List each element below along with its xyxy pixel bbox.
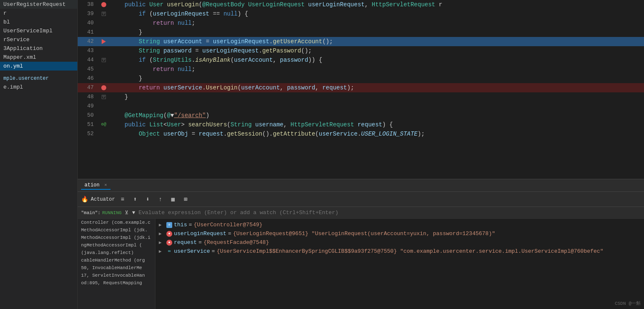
toolbar-btn-grid[interactable]: ⊞: [181, 194, 191, 204]
line-gutter: [99, 102, 109, 111]
line-gutter: [99, 28, 109, 37]
fold-icon[interactable]: ▽: [102, 95, 106, 99]
variable-equals: =: [212, 248, 215, 254]
variables-panel: ▶≡this = {UserController@7549}▶●userLogi…: [155, 219, 644, 309]
actuator-label: Actuator: [91, 196, 115, 202]
code-line-40: 40 return null;: [78, 18, 644, 28]
debug-tab-ation[interactable]: ation ×: [81, 181, 110, 190]
line-gutter: [99, 18, 109, 28]
call-stack-item[interactable]: MethodAccessorImpl (jdk.i: [78, 234, 155, 241]
sidebar-item-9[interactable]: mple.usercenter: [0, 73, 77, 83]
watermark: CSDN @一斛: [615, 300, 641, 306]
code-content: return userService.UserLogin(userAccount…: [109, 83, 644, 92]
breakpoint-icon[interactable]: [101, 85, 106, 90]
sidebar-item-10[interactable]: e.impl: [0, 83, 77, 92]
call-stack-item[interactable]: MethodAccessorImpl (jdk.: [78, 226, 155, 234]
main-label: "main":: [81, 210, 100, 215]
debug-tab-close[interactable]: ×: [104, 183, 107, 188]
expand-icon[interactable]: ▶: [159, 240, 165, 245]
code-line-45: 45 return null;: [78, 65, 644, 74]
toolbar-btn-table[interactable]: ▦: [168, 194, 178, 204]
fold-icon[interactable]: ▽: [102, 12, 106, 16]
sidebar-item-5[interactable]: 3Application: [0, 44, 77, 53]
code-editor[interactable]: 38 public User userLogin(@RequestBody Us…: [78, 0, 644, 179]
code-content: @GetMapping(@▼"/search"): [109, 111, 644, 120]
toolbar-btn-up2[interactable]: ↑: [155, 194, 166, 204]
variable-equals: =: [199, 239, 202, 246]
code-content: public List<User> searchUsers(String use…: [109, 120, 644, 129]
line-gutter: [99, 0, 109, 9]
call-stack-item[interactable]: od:895, RequestMapping: [78, 279, 155, 287]
call-stack-item[interactable]: 50, InvocableHandlerMe: [78, 264, 155, 272]
line-gutter: [99, 111, 109, 120]
call-stack-item[interactable]: cableHandlerMethod (org: [78, 257, 155, 264]
code-line-48: 48▽ }: [78, 92, 644, 102]
call-stack-item[interactable]: Controller (com.example.c: [78, 219, 155, 226]
variable-row[interactable]: ▶●userLoginRequest = {UserLoginRequest@9…: [155, 229, 644, 238]
code-content: [109, 102, 644, 111]
variable-row[interactable]: ▶●request = {RequestFacade@7548}: [155, 238, 644, 247]
variable-row[interactable]: ▶≡this = {UserController@7549}: [155, 220, 644, 229]
line-number: 49: [78, 102, 99, 111]
variable-value: {UserController@7549}: [194, 222, 263, 228]
dropdown-icon[interactable]: ▼: [132, 210, 135, 216]
sidebar-item-1[interactable]: r: [0, 9, 77, 18]
line-number: 51: [78, 120, 99, 129]
sidebar-item-4[interactable]: rService: [0, 35, 77, 44]
code-line-44: 44▽ if (StringUtils.isAnyBlank(userAccou…: [78, 55, 644, 65]
sidebar-item-2[interactable]: bl: [0, 18, 77, 26]
code-content: }: [109, 92, 644, 102]
filter-icon[interactable]: ⊻: [125, 209, 129, 216]
code-content: if (userLoginRequest == null) {: [109, 9, 644, 18]
line-gutter: [99, 83, 109, 92]
current-line-arrow: [102, 39, 106, 44]
line-number: 40: [78, 18, 99, 28]
code-line-43: 43 String password = userLoginRequest.ge…: [78, 46, 644, 55]
code-line-41: 41 }: [78, 28, 644, 37]
code-content: }: [109, 28, 644, 37]
debug-tabs: ation ×: [78, 179, 644, 192]
sidebar-item-0[interactable]: UserRegisterRequest: [0, 0, 77, 9]
code-line-39: 39▽ if (userLoginRequest == null) {: [78, 9, 644, 18]
fold-icon[interactable]: ▽: [102, 58, 106, 62]
running-status: RUNNING: [102, 210, 121, 215]
sidebar-item-6[interactable]: Mapper.xml: [0, 53, 77, 62]
code-content: return null;: [109, 18, 644, 28]
variable-value: {UserServiceImpl$$EnhancerBySpringCGLIB$…: [217, 248, 604, 254]
line-number: 48: [78, 92, 99, 102]
call-stack-item[interactable]: (java.lang.reflect): [78, 249, 155, 257]
code-content: return null;: [109, 65, 644, 74]
expand-icon[interactable]: ▶: [159, 222, 165, 228]
variable-equals: =: [228, 230, 231, 237]
variable-name: this: [174, 222, 187, 228]
expand-icon[interactable]: ▶: [159, 231, 165, 236]
breakpoint-icon[interactable]: [101, 2, 106, 7]
line-number: 44: [78, 55, 99, 65]
variable-value: {UserLoginRequest@9651} "UserLoginReques…: [233, 230, 495, 237]
toolbar-btn-list[interactable]: ≡: [118, 194, 128, 204]
code-content: Object userObj = request.getSession().ge…: [109, 129, 644, 139]
line-gutter: ▽: [99, 92, 109, 102]
variable-row[interactable]: ▶∞userService = {UserServiceImpl$$Enhanc…: [155, 247, 644, 256]
code-line-50: 50 @GetMapping(@▼"/search"): [78, 111, 644, 120]
line-number: 52: [78, 129, 99, 139]
code-line-46: 46 }: [78, 74, 644, 83]
toolbar-btn-down1[interactable]: ⬇: [143, 194, 153, 204]
code-content: String password = userLoginRequest.getPa…: [109, 46, 644, 55]
running-badge: "main": RUNNING: [81, 210, 121, 215]
sidebar-item-7[interactable]: on.yml: [0, 62, 77, 71]
sidebar-item-3[interactable]: UserServiceImpl: [0, 26, 77, 35]
call-stack-item[interactable]: 17, ServletInvocableHan: [78, 272, 155, 279]
line-number: 45: [78, 65, 99, 74]
call-stack-item[interactable]: ngMethodAccessorImpl (: [78, 241, 155, 249]
expand-icon[interactable]: ▶: [159, 249, 165, 254]
code-line-42: 42 String userAccount = userLoginRequest…: [78, 37, 644, 46]
line-number: 46: [78, 74, 99, 83]
sidebar: UserRegisterRequest r bl UserServiceImpl…: [0, 0, 78, 309]
line-number: 41: [78, 28, 99, 37]
variable-equals: =: [189, 222, 192, 228]
toolbar-btn-up1[interactable]: ⬆: [130, 194, 140, 204]
editor-area: 38 public User userLogin(@RequestBody Us…: [78, 0, 644, 309]
variable-name: userLoginRequest: [174, 230, 226, 237]
eval-input[interactable]: [139, 209, 641, 216]
